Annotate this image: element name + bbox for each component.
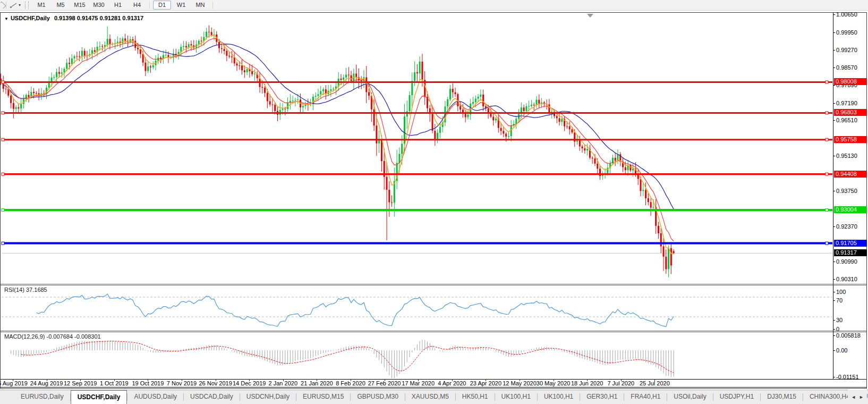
window-bottom-border [1,387,866,388]
timeframe-button-w1[interactable]: W1 [172,1,190,10]
chart-tab-uk100-h1[interactable]: UK100,H1 [538,390,580,404]
level-price-badge[interactable]: 0.93004 [834,206,867,213]
timeframe-button-m15[interactable]: M15 [71,1,89,10]
macd-histogram [11,340,674,378]
level-handle[interactable] [2,112,4,114]
level-handle[interactable] [826,112,828,114]
tab-scroll-left-icon[interactable]: ◄ [851,394,856,400]
toolbar-overflow-icon [1,2,6,9]
level-price-badge[interactable]: 0.94408 [834,171,867,178]
toolbar-separator [149,2,150,9]
level-price-badge[interactable]: 0.91705 [834,240,867,247]
ma-fast-line [1,35,674,254]
rsi-panel-canvas[interactable] [1,285,833,331]
level-price-badge[interactable]: 0.96803 [834,109,867,116]
rsi-line [36,294,674,327]
chart-tab-gbpusd-m30[interactable]: GBPUSD,M30 [351,390,404,404]
rsi-tick-label: 30 [836,317,843,323]
level-handle[interactable] [826,242,828,245]
level-handle[interactable] [826,138,828,141]
chart-tab-ger30-h1[interactable]: GER30,H1 [580,390,624,404]
chart-tab-usdcad-daily[interactable]: USDCAD,Daily [184,390,240,404]
axis-tick [833,279,835,280]
level-price-badge[interactable]: 0.98008 [834,78,867,85]
level-handle[interactable] [2,242,4,245]
macd-values: -0.007684 -0.008301 [46,333,100,340]
top-toolbar: ▾ M1M5M15M30H1H4D1W1MN [0,0,868,11]
macd-panel-canvas[interactable] [1,332,833,379]
chart-tab-xauusd-m5[interactable]: XAUUSD,M5 [405,390,455,404]
macd-tick-label: -0.01151 [836,374,859,380]
timeframe-button-d1[interactable]: D1 [153,1,171,10]
price-tick-label: 0.97190 [836,100,857,106]
chart-tab-usdjpy-h1[interactable]: USDJPY,H1 [713,390,760,404]
date-tick-label: 6 Aug 2019 [0,380,31,386]
chart-tab-eurusd-daily[interactable]: EURUSD,Daily [14,390,70,404]
axis-tick [833,14,835,15]
tabbar-spacer [0,390,14,404]
chart-tab-usdchf-daily[interactable]: USDCHF,Daily [71,390,127,404]
panel-separator[interactable] [1,331,866,332]
date-tick-label: 14 Dec 2019 [231,380,268,386]
axis-tick [833,32,835,33]
time-axis-line [1,379,866,380]
date-tick-label: 4 Apr 2020 [433,380,471,386]
chart-shift-marker-icon[interactable] [587,14,593,18]
chart-tab-hk50-h1[interactable]: HK50,H1 [456,390,495,404]
chart-tab-uk100-h1[interactable]: UK100,H1 [495,390,537,404]
chart-tab-usoil-daily[interactable]: USOil,Daily [667,390,712,404]
date-tick-label: 23 Apr 2020 [467,380,504,386]
collapse-triangle-icon[interactable]: ▼ [4,16,8,21]
chart-tab-fra40-h1[interactable]: FRA40,H1 [624,390,667,404]
price-tick-label: 0.90990 [836,258,857,265]
level-handle[interactable] [2,173,4,175]
date-tick-label: 8 Feb 2020 [332,380,369,386]
date-tick-label: 2 Jan 2020 [265,380,302,386]
timeframe-button-m30[interactable]: M30 [90,1,108,10]
price-tick-label: 0.96510 [836,117,857,123]
tab-scroll-right-icon[interactable]: ► [859,394,864,400]
date-tick-label: 30 May 2020 [535,380,572,386]
chart-ohlc-values: 0.91398 0.91475 0.91281 0.91317 [54,15,143,21]
level-handle[interactable] [826,173,828,175]
chart-tab-usdcnh-daily[interactable]: USDCNH,Daily [240,390,296,404]
timeframe-button-m5[interactable]: M5 [52,1,70,10]
axis-tick [833,103,835,104]
level-handle[interactable] [826,209,828,212]
main-chart-canvas[interactable] [1,13,833,284]
date-tick-label: 7 Jul 2020 [602,380,640,386]
date-tick-label: 24 Aug 2019 [28,380,65,386]
trendline-tool-icon[interactable] [10,2,18,9]
price-tick-label: 0.99270 [836,47,857,53]
toolbar-grip[interactable] [25,2,29,9]
date-tick-label: 27 Feb 2020 [366,380,403,386]
level-handle[interactable] [2,138,4,141]
chart-tab-dj30-m15[interactable]: DJ30,M15 [761,390,803,404]
price-tick-label: 0.95130 [836,153,857,159]
tab-scroll-arrows: ◄ ► [848,390,867,404]
chart-tab-eurusd-m15[interactable]: EURUSD,M15 [296,390,350,404]
level-handle[interactable] [2,81,4,83]
price-tick-label: 0.90310 [836,276,857,282]
date-tick-label: 7 Nov 2019 [163,380,200,386]
timeframe-button-m1[interactable]: M1 [32,1,50,10]
chart-tab-audusd-daily[interactable]: AUDUSD,Daily [127,390,183,404]
timeframe-button-h1[interactable]: H1 [109,1,127,10]
level-handle[interactable] [826,81,828,83]
timeframe-button-h4[interactable]: H4 [128,1,146,10]
axis-tick [833,191,835,191]
axis-tick [833,120,835,121]
level-handle[interactable] [2,209,4,212]
panel-separator[interactable] [1,284,866,285]
dropdown-caret-icon[interactable]: ▾ [19,3,21,7]
timeframe-button-mn[interactable]: MN [191,1,209,10]
price-tick-label: 0.98570 [836,64,857,71]
axis-tick [833,68,835,68]
macd-label: MACD(12,26,9) -0.007684 -0.008301 [4,333,101,340]
date-tick-label: 17 Mar 2020 [399,380,437,386]
timeframe-buttons: M1M5M15M30H1H4D1W1MN [32,1,216,10]
chart-tabs-bar: EURUSD,DailyUSDCHF,DailyAUDUSD,DailyUSDC… [0,390,868,404]
level-price-badge[interactable]: 0.95758 [834,136,867,143]
date-tick-label: 12 May 2020 [501,380,538,386]
chart-title: ▼USDCHF,Daily0.91398 0.91475 0.91281 0.9… [4,15,143,21]
